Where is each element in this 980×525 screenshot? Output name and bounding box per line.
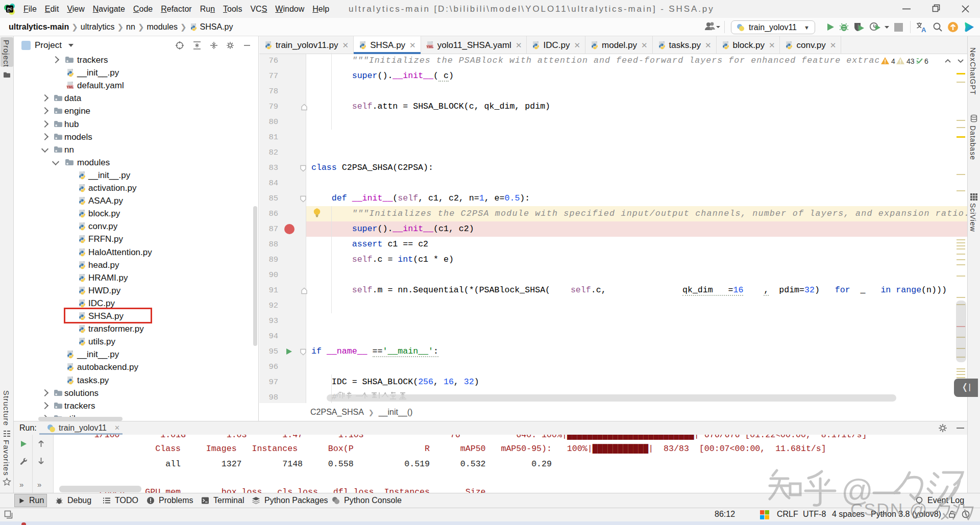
svg-text:4: 4	[891, 57, 895, 65]
svg-text:A: A	[921, 26, 926, 34]
svg-text:6: 6	[924, 57, 928, 65]
svg-text:PC: PC	[7, 7, 13, 11]
svg-text:43: 43	[906, 57, 915, 65]
